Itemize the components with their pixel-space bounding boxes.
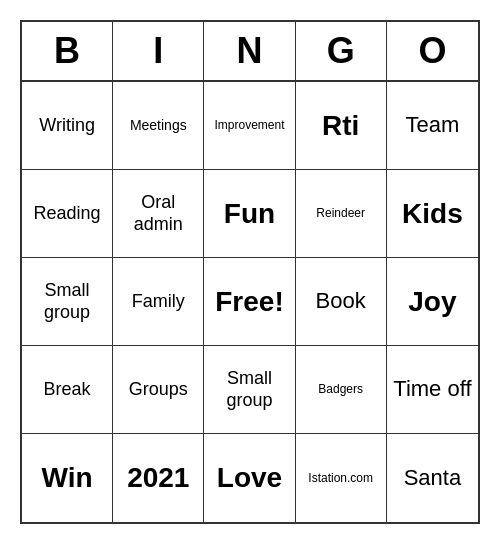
cell-text: Free! (215, 285, 283, 319)
bingo-cell: Rti (296, 82, 387, 170)
cell-text: Groups (129, 379, 188, 401)
header-letter: N (204, 22, 295, 80)
header-letter: B (22, 22, 113, 80)
bingo-cell: Small group (204, 346, 295, 434)
bingo-cell: Joy (387, 258, 478, 346)
cell-text: Reindeer (316, 206, 365, 220)
bingo-cell: Team (387, 82, 478, 170)
bingo-cell: Time off (387, 346, 478, 434)
cell-text: Fun (224, 197, 275, 231)
bingo-cell: Writing (22, 82, 113, 170)
bingo-cell: Win (22, 434, 113, 522)
bingo-cell: Love (204, 434, 295, 522)
bingo-cell: Badgers (296, 346, 387, 434)
cell-text: Family (132, 291, 185, 313)
bingo-cell: Reading (22, 170, 113, 258)
bingo-cell: Break (22, 346, 113, 434)
bingo-cell: Istation.com (296, 434, 387, 522)
cell-text: Time off (393, 376, 471, 402)
bingo-card: BINGO WritingMeetingsImprovementRtiTeamR… (20, 20, 480, 524)
bingo-grid: WritingMeetingsImprovementRtiTeamReading… (22, 82, 478, 522)
bingo-cell: Meetings (113, 82, 204, 170)
bingo-cell: Santa (387, 434, 478, 522)
bingo-header: BINGO (22, 22, 478, 82)
bingo-cell: Fun (204, 170, 295, 258)
bingo-cell: Book (296, 258, 387, 346)
cell-text: Oral admin (117, 192, 199, 235)
cell-text: Badgers (318, 382, 363, 396)
cell-text: Love (217, 461, 282, 495)
bingo-cell: Reindeer (296, 170, 387, 258)
header-letter: G (296, 22, 387, 80)
cell-text: Istation.com (308, 471, 373, 485)
cell-text: Rti (322, 109, 359, 143)
cell-text: Team (405, 112, 459, 138)
cell-text: Reading (34, 203, 101, 225)
cell-text: Improvement (214, 118, 284, 132)
header-letter: I (113, 22, 204, 80)
header-letter: O (387, 22, 478, 80)
cell-text: Break (44, 379, 91, 401)
bingo-cell: Small group (22, 258, 113, 346)
bingo-cell: Free! (204, 258, 295, 346)
bingo-cell: Kids (387, 170, 478, 258)
cell-text: Meetings (130, 117, 187, 134)
cell-text: Small group (26, 280, 108, 323)
cell-text: Small group (208, 368, 290, 411)
bingo-cell: Improvement (204, 82, 295, 170)
cell-text: Writing (39, 115, 95, 137)
cell-text: Kids (402, 197, 463, 231)
bingo-cell: Groups (113, 346, 204, 434)
cell-text: Joy (408, 285, 456, 319)
cell-text: Santa (404, 465, 462, 491)
bingo-cell: 2021 (113, 434, 204, 522)
cell-text: 2021 (127, 461, 189, 495)
cell-text: Win (42, 461, 93, 495)
bingo-cell: Oral admin (113, 170, 204, 258)
cell-text: Book (316, 288, 366, 314)
bingo-cell: Family (113, 258, 204, 346)
